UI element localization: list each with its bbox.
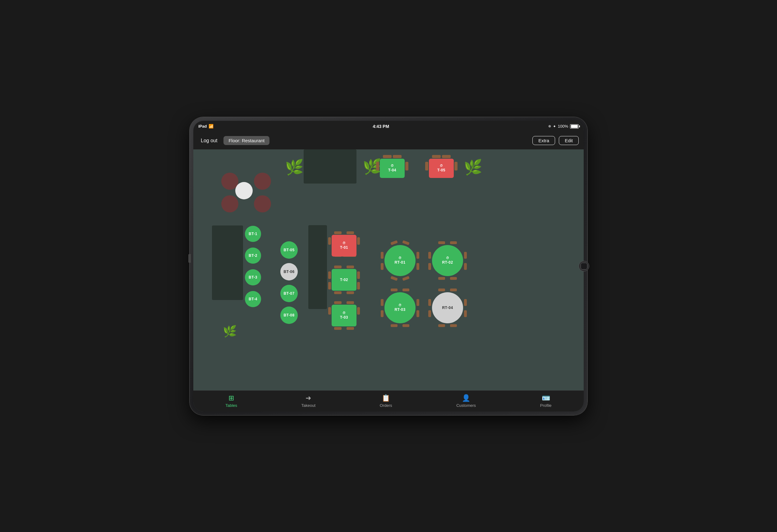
wall-rect-1 [304,149,356,183]
table-RT-02[interactable]: ⏱ RT-02 [432,245,463,276]
chair [464,263,467,270]
floor-area: 🌿 🌿 🌿 🌿 ⏱ T-04 [193,149,584,390]
table-RT-03-area: ⏱ RT-03 [384,292,416,323]
table-T-05-area: ⏱ T-05 [429,159,454,178]
takeout-icon: ➜ [306,394,311,402]
chair [381,299,383,306]
chair [403,288,409,291]
wall-rect-3 [308,225,327,309]
status-left: iPad 📶 [198,124,214,129]
table-T-04[interactable]: ⏱ T-04 [380,159,405,178]
chair [432,155,441,158]
nav-profile[interactable]: 🪪 Profile [533,393,559,409]
table-T-04-area: ⏱ T-04 [380,159,405,178]
chair [334,301,342,304]
battery-icon [570,124,579,129]
chair [347,327,354,330]
ipad-device: iPad 📶 4:43 PM ⊕ ✦ 100% Log out Floor: R… [190,117,587,415]
table-RT-03[interactable]: ⏱ RT-03 [384,292,416,323]
nav-takeout[interactable]: ➜ Takeout [294,393,323,409]
table-RT-01[interactable]: ⏱ RT-01 [384,245,416,276]
home-button[interactable] [579,261,589,271]
table-BT-2[interactable]: BT-2 [245,248,261,264]
chair [334,291,342,294]
chair [450,324,457,327]
nav-profile-label: Profile [540,403,552,408]
clock-icon-T-01: ⏱ [342,241,346,245]
chair [428,252,431,259]
table-BT-07[interactable]: BT-07 [280,285,298,302]
table-RT-02-area: ⏱ RT-02 [432,245,463,276]
edit-button[interactable]: Edit [559,136,579,145]
couch-3 [221,195,238,213]
chair [417,263,419,270]
logout-button[interactable]: Log out [198,137,220,145]
chair [347,291,354,294]
profile-icon: 🪪 [542,394,550,402]
nav-customers[interactable]: 👤 Customers [449,393,483,409]
chair [405,162,408,170]
chair [381,310,383,317]
nav-tables[interactable]: ⊞ Tables [218,393,245,409]
table-T-05[interactable]: ⏱ T-05 [429,159,454,178]
nav-orders-label: Orders [380,403,392,408]
chair [438,241,445,244]
chair [393,155,402,158]
table-T-01[interactable]: ⏱ T-01 [332,235,356,257]
floor-selector[interactable]: Floor: Restaurant [223,136,269,145]
chair [450,241,457,244]
chair [450,288,457,291]
chair [428,263,431,270]
chair [428,299,431,306]
table-T-03-area: ⏱ T-03 [332,305,356,326]
clock-icon-T-04: ⏱ [391,164,394,167]
nav-tables-label: Tables [225,403,237,408]
chair [381,252,383,259]
table-T-02-area: T-02 [332,269,356,291]
extra-button[interactable]: Extra [532,136,555,145]
chair [403,324,409,327]
chair [438,288,445,291]
plant-1: 🌿 [285,159,304,176]
chair [402,276,410,281]
chair [428,310,431,317]
chair [438,277,445,280]
chair [417,252,419,259]
chair [328,237,331,245]
chair [381,263,383,270]
nav-takeout-label: Takeout [302,403,316,408]
table-RT-04[interactable]: RT-04 [432,292,463,323]
chair [464,310,467,317]
table-BT-06[interactable]: BT-06 [280,263,298,280]
side-button [188,254,191,263]
wifi-icon: 📶 [209,124,214,129]
ipad-screen: iPad 📶 4:43 PM ⊕ ✦ 100% Log out Floor: R… [193,121,584,411]
table-RT-04-area: RT-04 [432,292,463,323]
chair [454,162,457,170]
table-BT-1[interactable]: BT-1 [245,226,261,242]
table-T-03[interactable]: ⏱ T-03 [332,305,356,326]
device-name: iPad [198,124,207,129]
table-BT-08[interactable]: BT-08 [280,306,298,324]
couch-4 [254,195,271,213]
table-RT-01-area: ⏱ RT-01 [384,245,416,276]
chair [357,237,360,245]
battery-pct: 100% [558,124,568,129]
status-right: ⊕ ✦ 100% [548,124,579,129]
chair [334,327,342,330]
table-BT-4[interactable]: BT-4 [245,291,261,307]
table-T-02[interactable]: T-02 [332,269,356,291]
nav-orders[interactable]: 📋 Orders [372,393,400,409]
customers-icon: 👤 [462,394,470,402]
chair [391,288,398,291]
bottom-nav: ⊞ Tables ➜ Takeout 📋 Orders 👤 Customers … [193,390,584,411]
table-BT-05[interactable]: BT-05 [280,241,298,259]
nav-bar: Log out Floor: Restaurant Extra Edit [193,132,584,149]
status-time: 4:43 PM [373,124,389,129]
table-BT-3[interactable]: BT-3 [245,269,261,285]
chair [347,231,354,234]
nav-customers-label: Customers [456,403,476,408]
status-bar: iPad 📶 4:43 PM ⊕ ✦ 100% [193,121,584,132]
chair [450,277,457,280]
chair [334,266,342,268]
